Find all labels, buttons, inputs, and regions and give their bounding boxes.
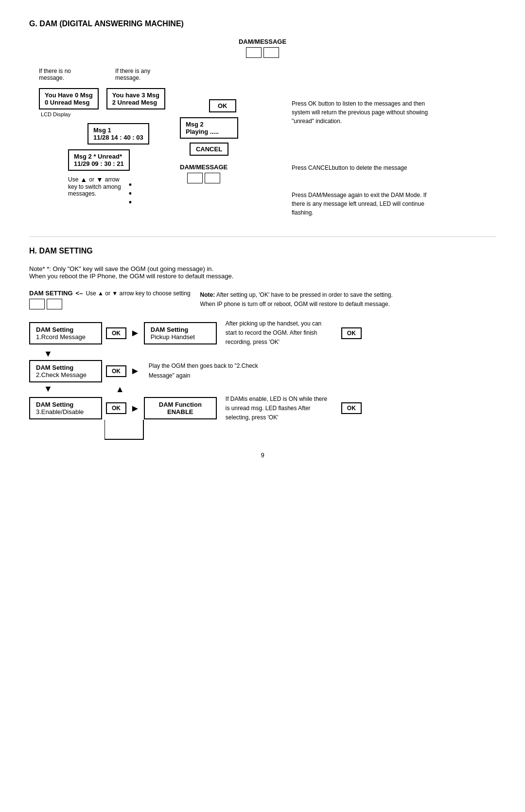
no-message-line2: 0 Unread Mesg <box>45 99 93 106</box>
lcd-display-label: LCD Display <box>41 111 70 117</box>
row2-ok-button[interactable]: OK <box>106 365 126 377</box>
dam-message-label-2: DAM/MESSAGE <box>180 163 228 171</box>
dam-message-box-2 <box>263 47 279 58</box>
arrow-label: arrow <box>105 176 120 183</box>
row3-right-box: DAM Function ENABLE <box>144 397 217 419</box>
curved-back-arrow <box>105 420 250 449</box>
row1-right-ok-button[interactable]: OK <box>341 327 362 339</box>
dam-message-box-4 <box>205 173 220 183</box>
row1-arrow-icon: ► <box>130 327 140 339</box>
up-arrow-back: ▲ <box>116 384 124 395</box>
section-h-note: Note* *: Only "OK" key will save the OGM… <box>29 265 496 280</box>
note-line2: When you reboot the IP Phone, the OGM wi… <box>29 272 496 280</box>
msg2-unread-line1: Msg 2 * Unread* <box>74 153 124 160</box>
down-arrow-1: ▼ <box>44 349 496 358</box>
row2-left-box: DAM Setting 2.Check Message <box>29 360 102 382</box>
row1-right-box: DAM Setting Pickup Handset <box>144 322 217 344</box>
row3-note: If DAMis enable, LED is ON while there i… <box>226 395 332 423</box>
dam-message-label: DAM/MESSAGE <box>239 38 286 45</box>
no-message-label: If there is no message. <box>39 68 96 81</box>
has-message-line1: You have 3 Msg <box>112 91 159 99</box>
msg2-unread-box: Msg 2 * Unread* 11/29 09 : 30 : 21 <box>68 149 130 171</box>
cancel-button[interactable]: CANCEL <box>190 143 228 156</box>
any-message-label: If there is any message. <box>115 68 175 81</box>
dam-message-boxes <box>246 47 279 58</box>
row1-right-line2: Pickup Handset <box>151 333 210 341</box>
dam-setting-box-2 <box>47 299 62 309</box>
dam-message-boxes-2 <box>180 173 228 183</box>
msg2-unread-line2: 11/29 09 : 30 : 21 <box>74 160 124 167</box>
has-message-box: You have 3 Msg 2 Unread Mesg <box>106 88 165 109</box>
row2-note: Play the OGM then goes back to "2.Check … <box>149 361 285 380</box>
dam-setting-prefix: DAM SETTING <box>29 289 73 297</box>
ok-button[interactable]: OK <box>209 99 236 112</box>
dam-setting-suffix: Use ▲ or ▼ arrow key to choose setting <box>86 290 190 297</box>
row2-arrow-icon: ► <box>130 365 140 377</box>
row1-line1: DAM Setting <box>36 326 95 333</box>
row3-right-line2: ENABLE <box>151 408 210 415</box>
has-message-line2: 2 Unread Mesg <box>112 99 159 106</box>
use-label: Use <box>68 176 78 183</box>
up-arrow-icon: ▲ <box>80 176 87 183</box>
row3-right-line1: DAM Function <box>151 401 210 408</box>
note-right-title: Note: <box>200 291 215 298</box>
row1-ok-button[interactable]: OK <box>106 327 126 339</box>
row3-line1: DAM Setting <box>36 401 95 408</box>
arrow-note-line3: messages. <box>68 190 96 197</box>
arrow-note-line2: key to switch among <box>68 183 121 190</box>
row1-note: After picking up the handset, you can st… <box>226 319 332 347</box>
dam-message-box-3 <box>187 173 203 183</box>
section-h-title: H. DAM SETTING <box>29 247 496 255</box>
row1-right-line1: DAM Setting <box>151 326 210 333</box>
no-message-line1: You Have 0 Msg <box>45 91 93 99</box>
msg1-box: Msg 1 11/28 14 : 40 : 03 <box>88 123 149 144</box>
note-line1: Note* *: Only "OK" key will save the OGM… <box>29 265 496 272</box>
note-right-text: After setting up, 'OK' have to be presse… <box>200 291 393 307</box>
or-label: or <box>89 176 94 183</box>
dam-message-box-1 <box>246 47 262 58</box>
row3-arrow-icon: ► <box>130 403 140 414</box>
section-g-title: G. DAM (DIGITAL ANSWERING MACHINE) <box>29 19 496 28</box>
ok-note: Press OK button to listen to the message… <box>292 99 438 126</box>
row2-line2: 2.Check Message <box>36 371 95 379</box>
msg1-line2: 11/28 14 : 40 : 03 <box>93 134 143 141</box>
section-h: H. DAM SETTING Note* *: Only "OK" key wi… <box>29 247 496 422</box>
dam-setting-box-1 <box>29 299 45 309</box>
down-arrow-icon: ▼ <box>96 176 103 183</box>
dam-message-note: Press DAM/Message again to exit the DAM … <box>292 191 438 217</box>
msg2-playing-line2: Playing ..... <box>186 128 232 135</box>
msg1-line1: Msg 1 <box>93 126 143 134</box>
dam-setting-arrow-left: <– <box>76 289 83 297</box>
page-number: 9 <box>29 451 496 459</box>
row3-right-ok-button[interactable]: OK <box>341 402 362 414</box>
down-arrow-2: ▼ <box>44 384 52 393</box>
no-message-box: You Have 0 Msg 0 Unread Mesg <box>39 88 99 109</box>
row3-ok-button[interactable]: OK <box>106 402 126 414</box>
section-g: G. DAM (DIGITAL ANSWERING MACHINE) DAM/M… <box>29 19 496 217</box>
row2-line1: DAM Setting <box>36 364 95 371</box>
row3-line2: 3.Enable/Disable <box>36 408 95 415</box>
row1-line2: 1.Rcord Message <box>36 333 95 341</box>
msg2-playing-line1: Msg 2 <box>186 121 232 128</box>
row3-left-box: DAM Setting 3.Enable/Disable <box>29 397 102 419</box>
row1-left-box: DAM Setting 1.Rcord Message <box>29 322 102 344</box>
cancel-note: Press CANCELbutton to delete the message <box>292 163 438 172</box>
msg2-playing-box: Msg 2 Playing ..... <box>180 117 238 139</box>
